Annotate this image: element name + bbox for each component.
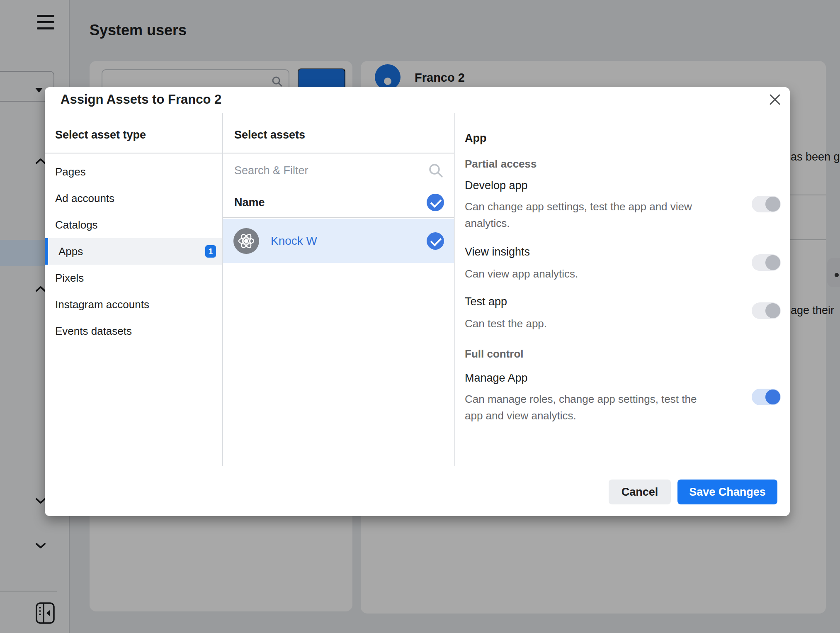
- partial-access-header: Partial access: [465, 158, 755, 170]
- develop-app-description: Can change app settings, test the app an…: [465, 198, 714, 231]
- develop-app-label: Develop app: [465, 179, 755, 192]
- save-button[interactable]: Save Changes: [677, 480, 777, 504]
- view-insights-toggle[interactable]: [752, 254, 781, 271]
- selected-count-badge: 1: [205, 245, 216, 258]
- search-icon: [428, 163, 443, 178]
- full-control-header: Full control: [465, 348, 755, 360]
- close-icon[interactable]: [763, 88, 787, 111]
- column-divider: [454, 113, 455, 466]
- manage-app-label: Manage App: [465, 372, 755, 385]
- asset-name: Knock W: [271, 234, 427, 248]
- develop-app-toggle[interactable]: [752, 196, 781, 212]
- asset-type-catalogs[interactable]: Catalogs: [45, 212, 222, 238]
- asset-type-apps[interactable]: Apps 1: [45, 238, 222, 265]
- asset-type-pages[interactable]: Pages: [45, 158, 222, 185]
- search-placeholder: Search & Filter: [234, 164, 428, 177]
- select-all-check-icon[interactable]: [427, 194, 444, 211]
- test-app-description: Can test the app.: [465, 315, 714, 332]
- manage-app-toggle[interactable]: [752, 389, 781, 405]
- name-column-header: Name: [234, 196, 427, 209]
- search-input[interactable]: Search & Filter: [223, 153, 454, 187]
- assets-column-header: Select assets: [234, 129, 305, 141]
- asset-type-pixels[interactable]: Pixels: [45, 265, 222, 291]
- test-app-label: Test app: [465, 295, 755, 308]
- divider: [45, 153, 222, 153]
- asset-row-knock-w[interactable]: Knock W: [223, 219, 454, 263]
- permissions-header: App: [465, 132, 755, 145]
- manage-app-description: Can manage roles, change app settings, t…: [465, 391, 714, 424]
- assets-table-header-row: Name: [223, 187, 454, 218]
- asset-type-instagram-accounts[interactable]: Instagram accounts: [45, 291, 222, 318]
- assign-assets-dialog: Assign Assets to Franco 2 Select asset t…: [45, 87, 790, 516]
- cancel-button[interactable]: Cancel: [609, 480, 671, 504]
- app-atom-icon: [233, 228, 259, 254]
- view-insights-label: View insights: [465, 246, 755, 258]
- asset-type-ad-accounts[interactable]: Ad accounts: [45, 185, 222, 212]
- view-insights-description: Can view app analytics.: [465, 265, 714, 282]
- asset-type-events-datasets[interactable]: Events datasets: [45, 318, 222, 344]
- test-app-toggle[interactable]: [752, 302, 781, 319]
- asset-type-column-header: Select asset type: [55, 129, 146, 141]
- dialog-title: Assign Assets to Franco 2: [61, 92, 221, 107]
- asset-check-icon[interactable]: [427, 232, 444, 250]
